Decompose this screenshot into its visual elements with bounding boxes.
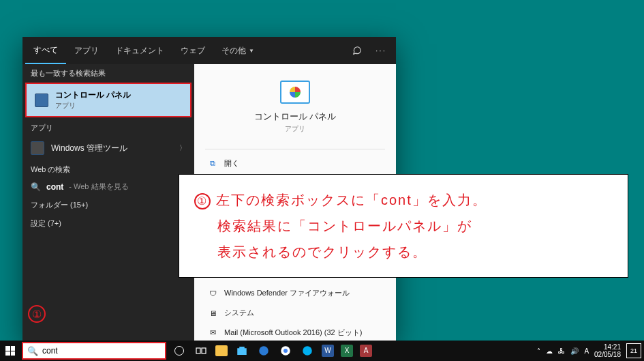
svg-point-4 — [283, 349, 288, 353]
step-marker: ① — [28, 305, 46, 323]
divider — [205, 149, 385, 149]
system-tray: ˄ ☁ 🖧 🔊 A — [534, 347, 592, 355]
pinned-skype[interactable] — [300, 343, 315, 358]
tab-more[interactable]: その他 ▼ — [213, 37, 262, 64]
more-options-icon[interactable]: ··· — [369, 46, 393, 55]
windows-logo-icon — [5, 346, 15, 356]
action-center-icon[interactable]: 21 — [626, 343, 641, 358]
subitem-firewall[interactable]: 🛡Windows Defender ファイアウォール — [194, 283, 396, 303]
system-icon: 🖥 — [208, 308, 217, 318]
cortana-icon[interactable] — [172, 343, 187, 358]
tab-documents[interactable]: ドキュメント — [107, 37, 172, 64]
search-icon: 🔍 — [31, 182, 41, 192]
admin-tools-icon — [31, 141, 44, 155]
pinned-access[interactable]: A — [360, 345, 372, 357]
mail-icon: ✉ — [208, 328, 217, 338]
web-query: cont — [46, 182, 63, 192]
clock-time: 14:21 — [604, 343, 621, 351]
feedback-icon[interactable] — [346, 46, 369, 55]
app-result-admin-tools[interactable]: Windows 管理ツール 〉 — [22, 136, 194, 160]
web-hint: - Web 結果を見る — [69, 182, 128, 192]
pinned-excel[interactable]: X — [341, 345, 353, 357]
search-tabs: すべて アプリ ドキュメント ウェブ その他 ▼ ··· — [22, 37, 396, 64]
control-panel-icon — [35, 93, 48, 107]
results-left-column: 最も一致する検索結果 コントロール パネル アプリ アプリ Windows 管理… — [22, 64, 194, 343]
volume-icon[interactable]: 🔊 — [570, 347, 579, 355]
web-search-result[interactable]: 🔍 cont - Web 結果を見る 〉 — [22, 177, 194, 196]
action-label: Mail (Microsoft Outlook 2016) (32 ビット) — [224, 328, 362, 338]
clock-date: 02/05/18 — [594, 351, 621, 358]
taskbar-clock[interactable]: 14:21 02/05/18 — [592, 343, 624, 358]
apps-section-label: アプリ — [22, 119, 194, 136]
step-number: ① — [194, 193, 211, 210]
taskbar-search-box[interactable]: 🔍 cont — [22, 342, 166, 360]
action-label: Windows Defender ファイアウォール — [224, 288, 350, 298]
open-icon: ⧉ — [208, 159, 217, 169]
result-hero: コントロール パネル アプリ — [194, 64, 396, 145]
svg-rect-1 — [202, 348, 206, 353]
control-panel-large-icon — [280, 81, 310, 104]
chevron-right-icon: 〉 — [179, 143, 186, 153]
firewall-icon: 🛡 — [208, 289, 217, 298]
network-icon[interactable]: 🖧 — [558, 347, 565, 355]
best-match-result[interactable]: コントロール パネル アプリ — [25, 83, 191, 117]
svg-point-2 — [259, 346, 269, 356]
tray-chevron-icon[interactable]: ˄ — [537, 347, 540, 355]
callout-line1: 左下の検索ボックスに「cont」を入力。 — [216, 192, 487, 207]
subitem-system[interactable]: 🖥システム — [194, 303, 396, 323]
task-view-icon[interactable] — [194, 343, 209, 358]
pinned-store[interactable] — [234, 343, 249, 358]
result-subtitle: アプリ — [55, 101, 131, 111]
result-title: Windows 管理ツール — [51, 143, 127, 154]
best-match-label: 最も一致する検索結果 — [22, 64, 194, 81]
task-icons: W X A — [168, 343, 376, 358]
onedrive-icon[interactable]: ☁ — [546, 347, 553, 355]
subitem-mail[interactable]: ✉Mail (Microsoft Outlook 2016) (32 ビット) — [194, 323, 396, 343]
start-button[interactable] — [0, 341, 20, 361]
callout-line2: 検索結果に「コントロールパネル」が — [194, 213, 613, 239]
open-action[interactable]: ⧉ 開く — [194, 154, 396, 173]
hero-subtitle: アプリ — [285, 124, 305, 134]
search-value: cont — [42, 346, 58, 356]
tab-all[interactable]: すべて — [25, 37, 66, 64]
tab-apps[interactable]: アプリ — [66, 37, 107, 64]
settings-category[interactable]: 設定 (7+) — [22, 214, 194, 233]
pinned-word[interactable]: W — [322, 345, 334, 357]
pinned-chrome[interactable] — [278, 343, 293, 358]
callout-line3: 表示されるのでクリックする。 — [194, 239, 613, 265]
tab-web[interactable]: ウェブ — [172, 37, 213, 64]
instruction-callout: ①左下の検索ボックスに「cont」を入力。 検索結果に「コントロールパネル」が … — [179, 174, 628, 278]
search-icon: 🔍 — [27, 346, 38, 356]
action-label: 開く — [224, 158, 239, 169]
ime-indicator[interactable]: A — [584, 347, 589, 355]
svg-rect-0 — [196, 348, 200, 353]
action-label: システム — [224, 308, 254, 318]
result-title: コントロール パネル — [55, 89, 131, 101]
svg-point-5 — [303, 346, 312, 356]
web-section-label: Web の検索 — [22, 160, 194, 177]
hero-title: コントロール パネル — [254, 111, 337, 123]
pinned-edge[interactable] — [256, 343, 271, 358]
taskbar: 🔍 cont W X A ˄ ☁ 🖧 🔊 A 14:21 02/05/18 21 — [0, 341, 644, 361]
chevron-down-icon: ▼ — [249, 48, 254, 54]
folders-category[interactable]: フォルダー (15+) — [22, 196, 194, 214]
pinned-explorer[interactable] — [215, 345, 228, 356]
